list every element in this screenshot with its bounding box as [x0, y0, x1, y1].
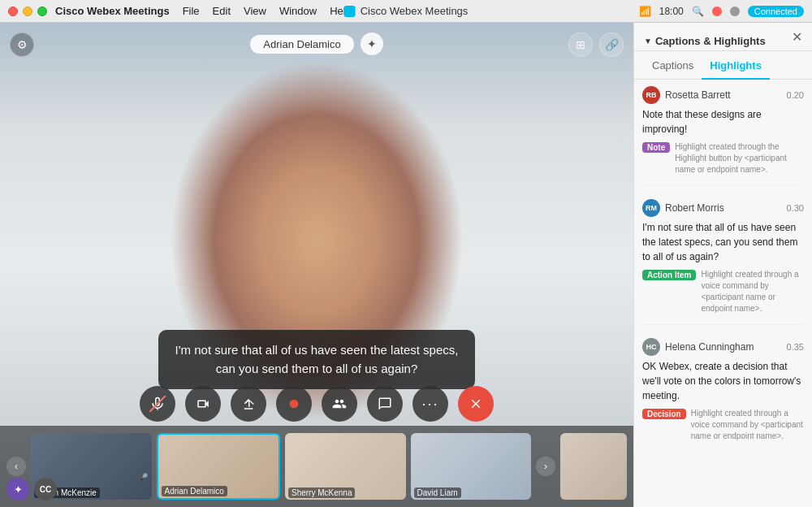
panel-title: ▼ Captions & Highlights	[644, 35, 766, 47]
hi-time-2: 0.35	[787, 342, 804, 352]
menu-file[interactable]: File	[183, 5, 200, 17]
hi-name-2: Helena Cunningham	[665, 341, 782, 353]
mic-off-icon-0: 🎤	[137, 473, 149, 483]
maximize-button[interactable]	[37, 6, 47, 16]
webex-icon	[344, 6, 356, 17]
minimize-button[interactable]	[23, 6, 32, 16]
wifi-icon: 📶	[639, 6, 651, 17]
thumb-label-2: Sherry McKenna	[288, 488, 355, 498]
hi-name-1: Robert Morris	[665, 202, 782, 214]
chevron-down-icon[interactable]: ▼	[644, 37, 652, 46]
bottom-controls: ···	[140, 386, 494, 422]
menu-bar: Cisco Webex Meetings File Edit View Wind…	[55, 5, 352, 17]
highlight-item-1: RM Robert Morris 0.30 I'm not sure that …	[642, 199, 804, 325]
hi-badge-row-1: Action Item Highlight created through a …	[642, 269, 804, 314]
connected-badge: Connected	[748, 6, 804, 17]
svg-point-0	[290, 400, 299, 409]
share-button[interactable]	[231, 386, 266, 422]
badge-action-1: Action Item	[642, 270, 696, 280]
menu-view[interactable]: View	[244, 5, 266, 17]
highlights-list: RB Rosetta Barrett 0.20 Note that these …	[634, 80, 812, 507]
tab-captions[interactable]: Captions	[644, 56, 702, 80]
video-top-bar: Adrian Delamico ✦	[0, 32, 633, 55]
highlight-item-2: HC Helena Cunningham 0.35 OK Webex, crea…	[642, 338, 804, 452]
participant-name-badge: Adrian Delamico	[250, 35, 353, 54]
hi-badge-row-0: Note Highlight created through the Highl…	[642, 141, 804, 176]
panel-close-button[interactable]: ✕	[792, 31, 802, 50]
hi-quote-2: OK Webex, create a decision that we'll v…	[642, 359, 804, 403]
highlight-item-0: RB Rosetta Barrett 0.20 Note that these …	[642, 86, 804, 186]
link-icon-btn[interactable]: 🔗	[599, 32, 624, 57]
search-icon[interactable]: 🔍	[692, 6, 704, 17]
hi-time-0: 0.20	[787, 90, 804, 100]
video-button[interactable]	[185, 386, 221, 422]
ai-assistant-button[interactable]: ✦	[6, 478, 29, 500]
thumbnail-item-3[interactable]: David Liam	[411, 433, 532, 500]
avatar-2: HC	[642, 338, 660, 356]
recording-indicator	[712, 6, 722, 16]
time-display: 18:00	[659, 6, 684, 17]
hi-quote-0: Note that these designs are improving!	[642, 107, 804, 136]
hi-name-0: Rosetta Barrett	[665, 89, 782, 101]
hi-desc-2: Highlight created through a voice comman…	[691, 408, 804, 442]
more-button[interactable]: ···	[412, 386, 448, 422]
thumb-next-button[interactable]: ›	[536, 457, 555, 476]
main-container: ⚙ Adrian Delamico ✦ ⊞ 🔗 I'm not sure tha…	[0, 23, 812, 507]
fullscreen-icon-btn[interactable]: ⊞	[568, 32, 593, 57]
star-icon-btn[interactable]: ✦	[361, 32, 383, 55]
app-name-label: Cisco Webex Meetings	[55, 5, 170, 17]
thumbnail-item-2[interactable]: Sherry McKenna	[285, 433, 406, 500]
chat-button[interactable]	[367, 386, 403, 422]
titlebar: Cisco Webex Meetings File Edit View Wind…	[0, 0, 812, 23]
end-call-button[interactable]	[458, 386, 494, 422]
badge-note-0: Note	[642, 142, 670, 153]
captions-toggle-button[interactable]: CC	[34, 478, 57, 500]
titlebar-right: 📶 18:00 🔍 Connected	[639, 6, 804, 17]
captions-box: I'm not sure that all of us have seen th…	[158, 330, 475, 389]
record-button[interactable]	[276, 386, 312, 422]
mute-button[interactable]	[140, 386, 175, 422]
hi-desc-0: Highlight created through the Highlight …	[675, 141, 804, 176]
menu-window[interactable]: Window	[279, 5, 317, 17]
top-right-icons: ⊞ 🔗	[568, 32, 624, 57]
avatar-0: RB	[642, 86, 660, 104]
thumb-label-3: David Liam	[414, 488, 461, 498]
thumb-label-1: Adrian Delamico	[162, 486, 227, 496]
hi-header-1: RM Robert Morris 0.30	[642, 199, 804, 217]
thumbnail-extra[interactable]	[560, 433, 627, 500]
avatar-1: RM	[642, 199, 660, 217]
participants-button[interactable]	[322, 386, 357, 422]
right-panel: ▼ Captions & Highlights ✕ Captions Highl…	[633, 23, 812, 507]
caption-text: I'm not sure that all of us have seen th…	[175, 343, 459, 375]
hi-desc-1: Highlight created through a voice comman…	[701, 269, 804, 314]
thumb-prev-button[interactable]: ‹	[6, 457, 26, 476]
panel-header: ▼ Captions & Highlights ✕	[634, 23, 812, 51]
bottom-left-buttons: ✦ CC	[6, 478, 57, 500]
thumbnail-item-1[interactable]: Adrian Delamico	[157, 433, 281, 500]
badge-decision-2: Decision	[642, 409, 686, 419]
traffic-lights	[8, 6, 47, 16]
window-title: Cisco Webex Meetings	[344, 5, 469, 17]
video-area: ⚙ Adrian Delamico ✦ ⊞ 🔗 I'm not sure tha…	[0, 23, 633, 507]
tab-highlights[interactable]: Highlights	[702, 56, 770, 80]
menu-edit[interactable]: Edit	[213, 5, 231, 17]
hi-badge-row-2: Decision Highlight created through a voi…	[642, 408, 804, 442]
thumbnail-strip: ‹ 🎤 Julian McKenzie Adrian Delamico Sher…	[0, 426, 633, 507]
panel-tabs: Captions Highlights	[634, 51, 812, 80]
panel-title-text: Captions & Highlights	[655, 35, 766, 47]
hi-header-2: HC Helena Cunningham 0.35	[642, 338, 804, 356]
main-video: ⚙ Adrian Delamico ✦ ⊞ 🔗 I'm not sure tha…	[0, 23, 633, 507]
close-button[interactable]	[8, 6, 18, 16]
hi-header-0: RB Rosetta Barrett 0.20	[642, 86, 804, 104]
status-dot	[730, 6, 740, 16]
hi-time-1: 0.30	[787, 203, 804, 213]
hi-quote-1: I'm not sure that all of us have seen th…	[642, 220, 804, 264]
